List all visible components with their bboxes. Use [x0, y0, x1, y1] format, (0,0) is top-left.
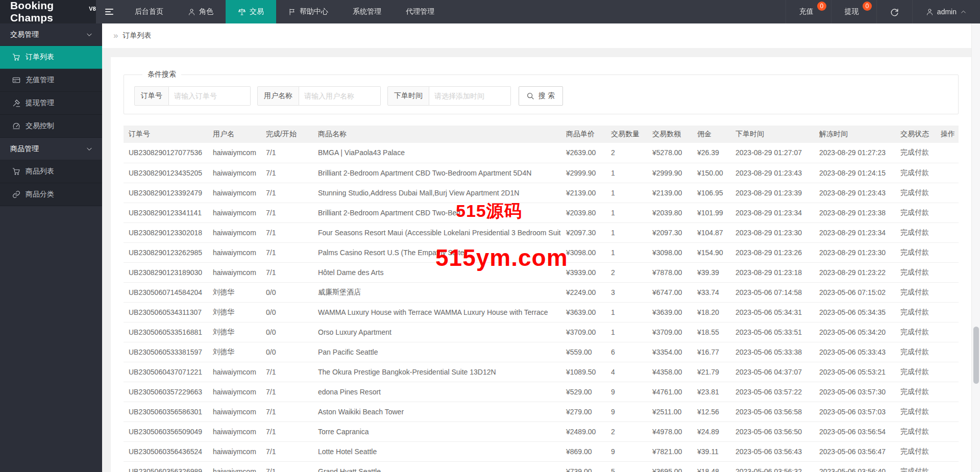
order-time-input[interactable]	[429, 86, 511, 106]
cell-user: haiwaiymcom	[208, 461, 261, 472]
nav-item-system[interactable]: 系统管理	[340, 0, 394, 23]
cell-order-no: UB2308290123392479	[124, 183, 208, 203]
sidebar-item-trade-control[interactable]: 交易控制	[0, 115, 102, 138]
cell-user: haiwaiymcom	[208, 421, 261, 441]
cell-user: 刘德华	[208, 302, 261, 322]
cell-order-time: 2023-08-29 01:23:30	[730, 222, 814, 242]
cell-unit-price: ¥3639.00	[561, 302, 606, 322]
cell-order-no: UB2305060533516881	[124, 322, 208, 342]
table-row: UB2305060437071221haiwaiymcom7/1The Okur…	[124, 362, 959, 382]
gavel-icon	[12, 99, 20, 107]
orders-card: 条件搜索 订单号 用户名称 下单时间	[111, 57, 971, 472]
brand-name: Booking Champs	[10, 0, 87, 24]
cell-user: haiwaiymcom	[208, 362, 261, 382]
cell-unit-price: ¥739.00	[561, 461, 606, 472]
refresh-button[interactable]	[876, 0, 912, 23]
brand-logo[interactable]: Booking Champs V8	[0, 0, 96, 23]
cell-commission: ¥33.74	[692, 282, 730, 302]
breadcrumb-chevrons-icon: »	[113, 31, 118, 41]
cell-order-no: UB2305060356326989	[124, 461, 208, 472]
recharge-label: 充值	[799, 7, 814, 16]
cell-unit-price: ¥2249.00	[561, 282, 606, 302]
cell-user: haiwaiymcom	[208, 222, 261, 242]
cell-action	[936, 322, 959, 342]
cell-commission: ¥24.89	[692, 421, 730, 441]
cell-status: 完成付款	[895, 382, 936, 402]
cell-qty: 1	[606, 163, 647, 183]
cell-order-time: 2023-05-06 04:37:07	[730, 362, 814, 382]
nav-item-dashboard[interactable]: 后台首页	[122, 0, 176, 23]
sidebar-group-product-management[interactable]: 商品管理	[0, 138, 102, 160]
cell-amount: ¥3639.00	[647, 302, 692, 322]
cell-order-time: 2023-05-06 05:33:38	[730, 342, 814, 362]
cell-order-no: UB2308290123435205	[124, 163, 208, 183]
cell-status: 完成付款	[895, 282, 936, 302]
table-row: UB2305060533381597刘德华0/0Pan Pacific Seat…	[124, 342, 959, 362]
cell-qty: 5	[606, 461, 647, 472]
cell-status: 完成付款	[895, 461, 936, 472]
hamburger-icon[interactable]	[96, 0, 122, 23]
side-item-label: 交易控制	[26, 121, 54, 131]
withdraw-nav-button[interactable]: 提现 0	[831, 0, 876, 23]
col-unfreeze-time: 解冻时间	[814, 126, 895, 143]
cell-unit-price: ¥2097.30	[561, 222, 606, 242]
withdraw-label: 提现	[845, 7, 859, 16]
cell-user: haiwaiymcom	[208, 382, 261, 402]
scrollbar-thumb[interactable]	[973, 327, 979, 384]
username-label: 用户名称	[257, 86, 299, 106]
order-no-field-group: 订单号	[134, 86, 251, 106]
table-row: UB2305060356586301haiwaiymcom7/1Aston Wa…	[124, 402, 959, 421]
sidebar-item-order-list[interactable]: 订单列表	[0, 46, 102, 69]
order-time-label: 下单时间	[387, 86, 429, 106]
cell-action	[936, 461, 959, 472]
cell-product: WAMMA Luxury House with Terrace WAMMA Lu…	[313, 302, 561, 322]
refresh-icon	[890, 8, 899, 16]
cell-commission: ¥39.11	[692, 441, 730, 461]
cell-commission: ¥154.90	[692, 242, 730, 262]
cell-amount: ¥4761.00	[647, 382, 692, 402]
cell-commission: ¥26.39	[692, 143, 730, 163]
table-row: UB2305060356509049haiwaiymcom7/1Torre Ca…	[124, 421, 959, 441]
col-username: 用户名	[208, 126, 261, 143]
search-button[interactable]: 搜 索	[519, 86, 563, 106]
cell-order-time: 2023-08-29 01:27:07	[730, 143, 814, 163]
sidebar-item-withdraw-management[interactable]: 提现管理	[0, 92, 102, 115]
cell-commission: ¥150.00	[692, 163, 730, 183]
sidebar-group-trade-management[interactable]: 交易管理	[0, 23, 102, 46]
cell-product: Palms Casino Resort U.S (The Empathy Sui…	[313, 242, 561, 262]
nav-item-agent[interactable]: 代理管理	[394, 0, 447, 23]
cell-qty: 9	[606, 441, 647, 461]
sidebar-item-recharge-management[interactable]: 充值管理	[0, 69, 102, 92]
cell-product: Torre Capranica	[313, 421, 561, 441]
cell-progress: 7/1	[261, 461, 313, 472]
sidebar-item-product-category[interactable]: 商品分类	[0, 183, 102, 206]
nav-item-help-center[interactable]: 帮助中心	[276, 0, 340, 23]
cell-progress: 7/1	[261, 421, 313, 441]
cell-progress: 7/1	[261, 203, 313, 222]
cell-commission: ¥16.77	[692, 342, 730, 362]
sidebar-item-product-list[interactable]: 商品列表	[0, 160, 102, 183]
cell-unfreeze-time: 2023-08-29 01:23:38	[814, 203, 895, 222]
cell-status: 完成付款	[895, 441, 936, 461]
scrollbar-track[interactable]	[971, 23, 980, 472]
recharge-nav-button[interactable]: 充值 0	[786, 0, 831, 23]
nav-item-trade[interactable]: 交易	[226, 0, 276, 23]
cell-user: haiwaiymcom	[208, 203, 261, 222]
cell-progress: 7/1	[261, 441, 313, 461]
cell-progress: 0/0	[261, 342, 313, 362]
admin-menu[interactable]: admin	[912, 0, 980, 23]
cell-commission: ¥21.79	[692, 362, 730, 382]
cell-unfreeze-time: 2023-08-29 01:27:23	[814, 143, 895, 163]
order-no-input[interactable]	[169, 86, 251, 106]
col-status: 交易状态	[895, 126, 936, 143]
cell-order-time: 2023-05-06 05:34:31	[730, 302, 814, 322]
cell-status: 完成付款	[895, 322, 936, 342]
cell-product: Brilliant 2-Bedroom Apartment CBD Two-Be…	[313, 203, 561, 222]
brand-version: V8	[89, 6, 96, 12]
cell-unit-price: ¥2489.00	[561, 421, 606, 441]
nav-item-roles[interactable]: 角色	[176, 0, 226, 23]
cell-unit-price: ¥2139.00	[561, 183, 606, 203]
cell-unfreeze-time: 2023-05-06 03:57:03	[814, 402, 895, 421]
username-input[interactable]	[299, 86, 381, 106]
table-header-row: 订单号 用户名 完成/开始 商品名称 商品单价 交易数量 交易数额 佣金 下单时…	[124, 126, 959, 143]
